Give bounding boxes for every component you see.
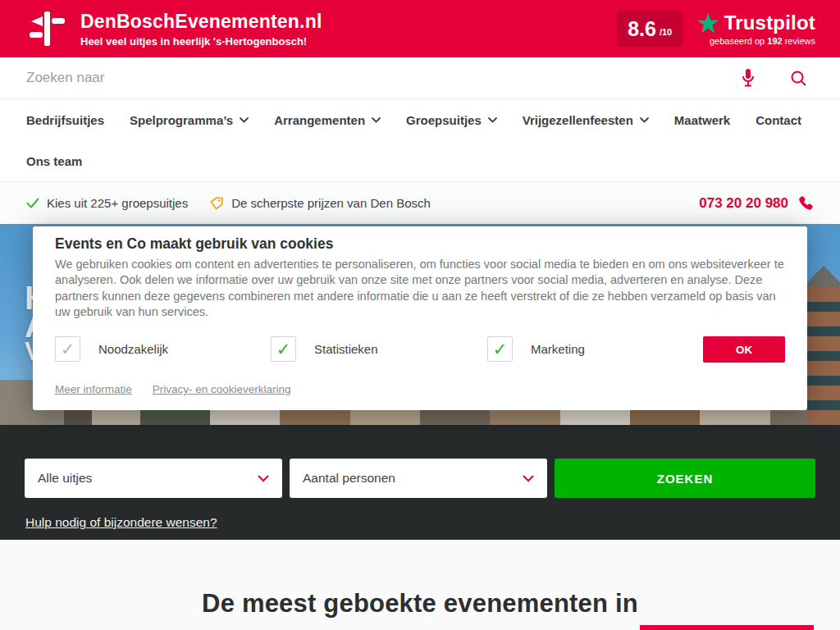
nav-label: Ons team	[26, 154, 82, 168]
nav-item-arrangementen[interactable]: Arrangementen	[274, 113, 381, 127]
checkbox-label: Marketing	[531, 342, 585, 356]
phone-number: 073 20 20 980	[699, 195, 788, 212]
cookie-consent-dialog: Events en Co maakt gebruik van cookies W…	[33, 226, 807, 410]
site-subtitle: Heel veel uitjes in heerlijk 's-Hertogen…	[80, 35, 322, 48]
trustpilot-based-on: gebaseerd op	[710, 36, 765, 46]
privacy-cookieverklaring-link[interactable]: Privacy- en cookieverklaring	[153, 383, 291, 395]
trustpilot-widget[interactable]: ★ Trustpilot gebaseerd op 192 reviews	[696, 11, 815, 46]
persons-select-value: Aantal personen	[303, 471, 395, 486]
trustpilot-name: Trustpilot	[724, 11, 815, 34]
nav-item-maatwerk[interactable]: Maatwerk	[674, 113, 730, 127]
search-input[interactable]	[26, 70, 741, 86]
help-link[interactable]: Hulp nodig of bijzondere wensen?	[25, 515, 217, 530]
price-tag-icon	[209, 196, 224, 211]
cookie-ok-button[interactable]: OK	[703, 336, 785, 363]
chevron-down-icon	[523, 475, 534, 482]
search-bar	[0, 57, 840, 99]
nav-item-contact[interactable]: Contact	[756, 113, 801, 127]
chevron-down-icon	[372, 117, 381, 123]
checkmark-icon: ✓	[493, 340, 508, 359]
usp-text: Kies uit 225+ groepsuitjes	[47, 196, 188, 210]
cookie-dialog-body: We gebruiken cookies om content en adver…	[55, 257, 787, 320]
cookie-links: Meer informatie Privacy- en cookieverkla…	[55, 383, 291, 395]
usp-groepsuitjes: Kies uit 225+ groepsuitjes	[26, 196, 188, 210]
cookie-checkbox-statistieken[interactable]: ✓ Statistieken	[271, 336, 378, 362]
nav-label: Contact	[756, 113, 801, 127]
cookie-dialog-title: Events en Co maakt gebruik van cookies	[55, 235, 333, 253]
trustpilot-reviews-label: reviews	[785, 36, 815, 46]
usp-text: De scherpste prijzen van Den Bosch	[231, 196, 431, 210]
chevron-down-icon	[258, 475, 269, 482]
zoeken-button[interactable]: ZOEKEN	[555, 459, 815, 498]
chevron-down-icon	[640, 117, 649, 123]
main-nav: Bedrijfsuitjes Spelprogramma’s Arrangeme…	[0, 99, 840, 182]
nav-item-ons-team[interactable]: Ons team	[26, 154, 82, 168]
category-select-value: Alle uitjes	[38, 471, 92, 486]
rating-scale: /10	[660, 27, 672, 37]
site-header: DenBoschEvenementen.nl Heel veel uitjes …	[0, 0, 840, 57]
rating-badge: 8.6 /10	[617, 11, 682, 47]
rating-score: 8.6	[628, 17, 656, 41]
booking-form-section: Alle uitjes Aantal personen ZOEKEN Hulp …	[0, 425, 840, 540]
checkmark-icon: ✓	[61, 340, 75, 359]
heading-highlight-bar	[640, 625, 814, 630]
meer-informatie-link[interactable]: Meer informatie	[55, 383, 132, 395]
checkbox-icon[interactable]: ✓	[55, 336, 80, 362]
events-section: De meest geboekte evenementen in	[0, 540, 840, 630]
phone-icon	[798, 195, 814, 211]
chevron-down-icon	[488, 117, 497, 123]
site-title: DenBoschEvenementen.nl	[80, 11, 322, 33]
nav-item-spelprogrammas[interactable]: Spelprogramma’s	[130, 113, 249, 127]
header-right: 8.6 /10 ★ Trustpilot gebaseerd op 192 re…	[617, 11, 815, 47]
checkbox-label: Noodzakelijk	[98, 342, 168, 356]
persons-select[interactable]: Aantal personen	[290, 459, 547, 498]
usp-bar: Kies uit 225+ groepsuitjes De scherpste …	[0, 182, 840, 224]
category-select[interactable]: Alle uitjes	[25, 459, 282, 498]
chevron-down-icon	[240, 117, 249, 123]
nav-item-groepsuitjes[interactable]: Groepsuitjes	[406, 113, 497, 127]
microphone-icon[interactable]	[741, 68, 756, 88]
nav-item-bedrijfsuitjes[interactable]: Bedrijfsuitjes	[26, 113, 104, 127]
brand-block[interactable]: DenBoschEvenementen.nl Heel veel uitjes …	[80, 11, 322, 48]
nav-label: Bedrijfsuitjes	[26, 113, 104, 127]
checkmark-icon	[26, 198, 39, 208]
checkbox-icon[interactable]: ✓	[271, 336, 296, 362]
signpost-logo-icon	[25, 10, 69, 48]
phone-link[interactable]: 073 20 20 980	[699, 195, 814, 212]
checkbox-icon[interactable]: ✓	[487, 336, 513, 362]
hero-photo-building-right	[807, 287, 840, 425]
nav-item-vrijgezellenfeesten[interactable]: Vrijgezellenfeesten	[523, 113, 649, 127]
checkbox-label: Statistieken	[314, 342, 378, 356]
nav-label: Spelprogramma’s	[130, 113, 233, 127]
checkmark-icon: ✓	[276, 340, 291, 359]
usp-prijzen: De scherpste prijzen van Den Bosch	[209, 196, 431, 211]
nav-label: Vrijgezellenfeesten	[523, 113, 633, 127]
cookie-checkbox-marketing[interactable]: ✓ Marketing	[487, 336, 585, 362]
cookie-checkbox-noodzakelijk[interactable]: ✓ Noodzakelijk	[55, 336, 168, 362]
search-icon[interactable]	[790, 70, 807, 87]
nav-label: Groepsuitjes	[406, 113, 482, 127]
nav-label: Arrangementen	[274, 113, 365, 127]
trustpilot-review-count: 192	[767, 36, 782, 46]
trustpilot-star-icon: ★	[696, 11, 720, 34]
nav-label: Maatwerk	[674, 113, 730, 127]
trustpilot-reviews-line: gebaseerd op 192 reviews	[696, 36, 815, 46]
events-heading: De meest geboekte evenementen in	[0, 540, 840, 619]
